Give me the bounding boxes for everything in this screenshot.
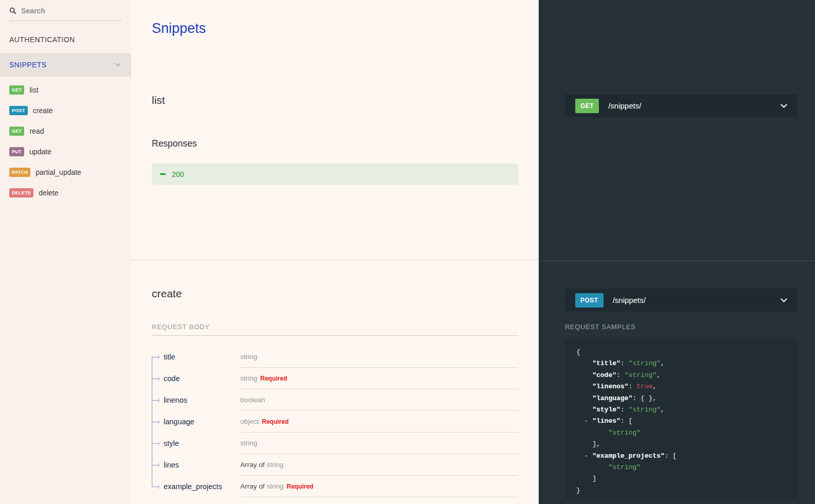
sidebar-item-delete[interactable]: DELETEdelete <box>0 183 131 203</box>
field-type: Array of string <box>240 460 518 476</box>
sidebar-item-update[interactable]: PUTupdate <box>0 141 131 162</box>
endpoint-path: /snippets/ <box>613 296 782 304</box>
field-type: string <box>240 352 518 368</box>
create-operation-section: create REQUEST BODY titlestringcodestrin… <box>131 287 539 497</box>
response-code: 200 <box>172 170 184 178</box>
sidebar-item-authentication[interactable]: AUTHENTICATION <box>0 31 131 48</box>
chevron-down-icon <box>115 61 120 66</box>
required-badge: Required <box>287 483 313 490</box>
method-badge: POST <box>575 293 604 308</box>
field-type: stringRequired <box>240 374 518 389</box>
field-row: codestringRequired <box>152 374 518 389</box>
field-name: title <box>159 352 240 362</box>
operation-label: list <box>29 86 38 94</box>
endpoint-path: /snippets/ <box>608 101 782 110</box>
method-badge: DELETE <box>9 188 33 197</box>
endpoint-bar-post[interactable]: POST /snippets/ <box>565 289 798 312</box>
operation-label: delete <box>39 189 58 197</box>
tree-connector <box>152 465 159 465</box>
page-title: Snippets <box>152 0 518 37</box>
field-name: example_projects <box>159 482 240 491</box>
snippets-label: SNIPPETS <box>9 61 46 69</box>
panel-divider <box>539 261 815 261</box>
code-line: "code": "string", <box>576 370 798 381</box>
required-badge: Required <box>260 375 287 382</box>
request-samples-label: REQUEST SAMPLES <box>565 323 635 331</box>
field-row: stylestring <box>152 439 518 454</box>
operation-label: update <box>29 148 51 156</box>
search-icon <box>9 7 16 14</box>
code-line: "title": "string", <box>576 358 798 369</box>
sidebar-item-partial_update[interactable]: PATCHpartial_update <box>0 162 131 183</box>
method-badge: GET <box>575 99 599 113</box>
method-badge: GET <box>9 85 24 95</box>
field-row: titlestring <box>152 352 518 368</box>
field-type: boolean <box>240 395 518 411</box>
fields-table: titlestringcodestringRequiredlinenosbool… <box>152 352 518 497</box>
code-line: "linenos": true, <box>576 381 798 392</box>
sidebar-item-list[interactable]: GETlist <box>0 80 131 100</box>
field-row: languageobjectRequired <box>152 417 518 433</box>
sidebar: Search AUTHENTICATION SNIPPETS GETlistPO… <box>0 0 131 504</box>
code-line: { <box>576 347 798 358</box>
search-input[interactable]: Search <box>9 7 121 21</box>
field-name: language <box>159 417 240 426</box>
responses-heading: Responses <box>152 138 518 149</box>
tree-connector <box>152 400 159 401</box>
code-line: - "example_projects": [ <box>576 451 798 462</box>
request-body-label: REQUEST BODY <box>152 323 518 336</box>
field-name: style <box>159 439 240 448</box>
endpoint-bar-get[interactable]: GET /snippets/ <box>565 94 798 117</box>
code-line: "style": "string", <box>576 404 798 416</box>
tree-connector <box>152 357 159 357</box>
operation-label: create <box>33 106 53 115</box>
code-sample-block: { "title": "string", "code": "string", "… <box>565 339 798 499</box>
code-line: ], <box>576 439 798 450</box>
field-type: Array of stringRequired <box>240 482 518 497</box>
field-row: example_projectsArray of stringRequired <box>152 482 518 497</box>
field-type: string <box>240 439 518 454</box>
field-name: lines <box>159 460 240 470</box>
code-line: ] <box>576 473 798 484</box>
field-name: code <box>159 374 240 383</box>
field-type: objectRequired <box>240 417 518 433</box>
code-line: "string" <box>576 427 798 439</box>
sidebar-item-create[interactable]: POSTcreate <box>0 100 131 121</box>
collapse-toggle[interactable]: - <box>576 417 592 425</box>
required-badge: Required <box>262 418 289 425</box>
code-line: "language": { }, <box>576 393 798 404</box>
sidebar-item-snippets[interactable]: SNIPPETS <box>0 53 131 77</box>
chevron-down-icon <box>781 101 787 108</box>
collapse-dash-icon <box>160 173 166 175</box>
operation-heading-create: create <box>152 287 518 300</box>
field-row: linenosboolean <box>152 395 518 411</box>
tree-connector <box>152 379 159 379</box>
collapse-toggle[interactable]: - <box>576 452 592 460</box>
sidebar-item-read[interactable]: GETread <box>0 121 131 141</box>
list-operation-section: Snippets list Responses 200 <box>131 0 539 260</box>
operation-label: partial_update <box>36 168 81 176</box>
code-line: "string" <box>576 462 798 473</box>
tree-connector <box>152 443 159 444</box>
operations-list: GETlistPOSTcreateGETreadPUTupdatePATCHpa… <box>0 80 131 203</box>
response-200-row[interactable]: 200 <box>152 164 518 185</box>
method-badge: POST <box>9 106 28 115</box>
tree-connector <box>152 487 159 487</box>
right-panel: GET /snippets/ POST /snippets/ REQUEST S… <box>539 0 815 504</box>
operation-label: read <box>29 127 44 135</box>
operation-heading-list: list <box>152 94 518 107</box>
content-pane: Snippets list Responses 200 create REQUE… <box>131 0 539 504</box>
code-line: } <box>576 485 798 496</box>
method-badge: GET <box>9 127 24 136</box>
code-line: - "lines": [ <box>576 416 798 427</box>
field-row: linesArray of string <box>152 460 518 476</box>
method-badge: PUT <box>9 147 24 156</box>
chevron-down-icon <box>781 296 787 302</box>
search-placeholder: Search <box>21 7 45 15</box>
field-name: linenos <box>159 395 240 405</box>
method-badge: PATCH <box>9 168 30 177</box>
tree-connector <box>152 422 159 422</box>
